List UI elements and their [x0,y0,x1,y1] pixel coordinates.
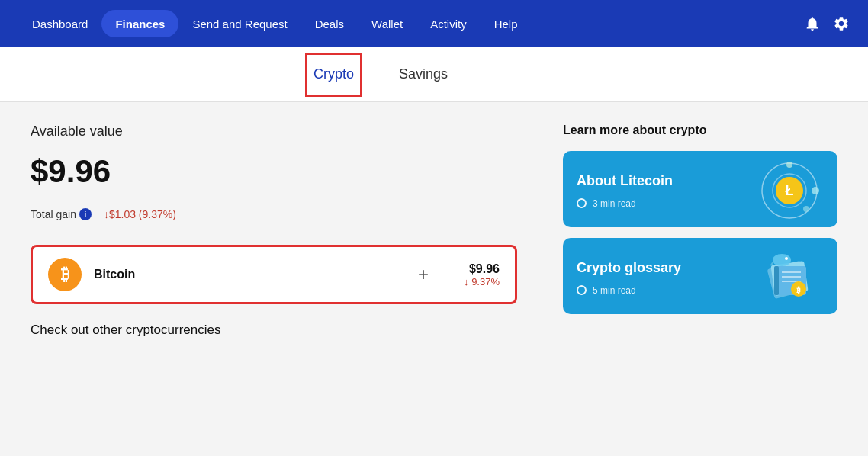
settings-icon[interactable] [833,15,850,32]
subnav-item-savings[interactable]: Savings [393,47,454,102]
bitcoin-amount: $9.96 [464,262,500,276]
crypto-glossary-card[interactable]: Crypto glossary 5 min read [563,238,837,314]
nav-icons [804,15,850,32]
litecoin-illustration: Ł [755,160,824,221]
svg-rect-10 [774,266,779,295]
glossary-card-text: Crypto glossary 5 min read [577,260,681,296]
available-label: Available value [31,124,517,140]
bitcoin-label: Bitcoin [94,268,383,281]
nav-item-send-request[interactable]: Send and Request [178,0,301,47]
notification-icon[interactable] [804,15,821,32]
litecoin-card-text: About Litecoin 3 min read [577,173,673,209]
subnav-item-crypto[interactable]: Crypto [305,53,362,97]
glossary-card-time: 5 min read [577,285,681,296]
svg-point-3 [786,162,792,168]
left-panel: Available value $9.96 Total gain i ↓$1.0… [31,124,517,441]
bitcoin-icon: ₿ [48,258,82,291]
litecoin-card-time: 3 min read [577,198,673,209]
total-gain-label: Total gain i [31,208,92,220]
svg-point-2 [812,187,819,194]
svg-point-16 [773,254,791,266]
glossary-illustration: ₿ [755,247,824,308]
check-other-label: Check out other cryptocurrencies [31,323,517,338]
svg-point-17 [785,257,788,260]
nav-item-activity[interactable]: Activity [416,0,481,47]
svg-text:₿: ₿ [796,286,801,294]
about-litecoin-card[interactable]: About Litecoin 3 min read [563,151,837,227]
bitcoin-plus: + [418,264,429,285]
svg-text:Ł: Ł [786,183,794,198]
subnav: Crypto Savings [0,47,868,102]
available-value: $9.96 [31,153,517,190]
main-content: Available value $9.96 Total gain i ↓$1.0… [0,102,868,456]
nav-item-help[interactable]: Help [481,0,532,47]
total-gain-row: Total gain i ↓$1.03 (9.37%) [31,208,517,220]
glossary-card-title: Crypto glossary [577,260,681,276]
bitcoin-card[interactable]: ₿ Bitcoin + $9.96 ↓ 9.37% [31,245,517,304]
nav-item-deals[interactable]: Deals [301,0,358,47]
bitcoin-change: ↓ 9.37% [464,276,500,287]
total-gain-value: ↓$1.03 (9.37%) [104,208,176,220]
nav-item-finances[interactable]: Finances [101,10,178,37]
learn-label: Learn more about crypto [563,124,837,137]
right-panel: Learn more about crypto About Litecoin 3… [563,124,837,441]
bitcoin-values: $9.96 ↓ 9.37% [464,262,500,287]
info-icon[interactable]: i [79,208,92,220]
nav-item-wallet[interactable]: Wallet [358,0,416,47]
nav-item-dashboard[interactable]: Dashboard [18,0,101,47]
navbar: Dashboard Finances Send and Request Deal… [0,0,868,47]
litecoin-card-title: About Litecoin [577,173,673,189]
svg-point-4 [803,206,809,212]
